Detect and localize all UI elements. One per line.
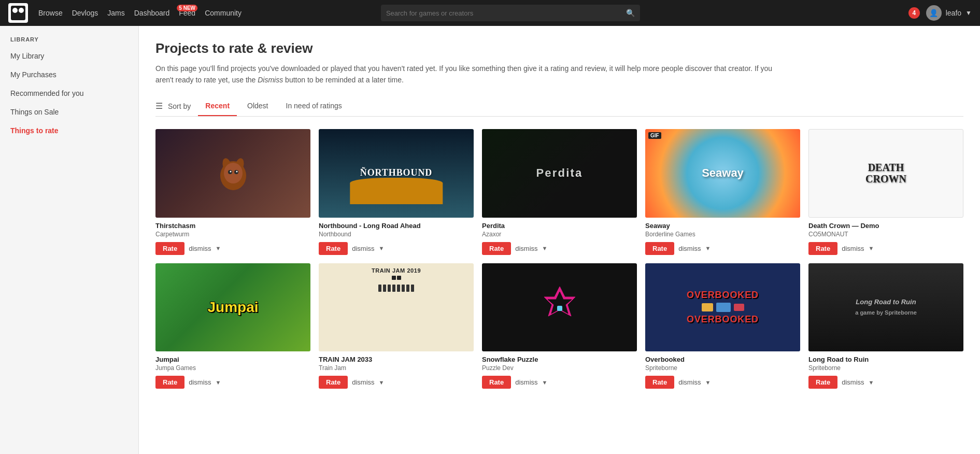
dismiss-link[interactable]: dismiss (678, 378, 701, 386)
game-actions: Rate dismiss ▼ (645, 376, 800, 389)
game-actions: Rate dismiss ▼ (808, 242, 963, 255)
svg-point-6 (230, 171, 231, 173)
game-title: Seaway (645, 222, 800, 230)
sidebar-item-things-on-sale[interactable]: Things on Sale (0, 103, 138, 121)
game-thumbnail: Perdita (482, 129, 637, 218)
search-input[interactable] (386, 9, 623, 17)
dismiss-link[interactable]: dismiss (678, 245, 701, 252)
tab-in-need[interactable]: In need of ratings (279, 96, 349, 116)
game-card: Snowflake Puzzle Puzzle Dev Rate dismiss… (482, 263, 637, 389)
game-actions: Rate dismiss ▼ (319, 242, 474, 255)
search-icon: 🔍 (626, 9, 635, 17)
game-thumbnail: Long Road to Ruin a game by Spriteborne (808, 263, 963, 352)
game-title: Thirstchasm (155, 222, 310, 230)
nav-right: 4 👤 leafo ▼ (908, 5, 972, 21)
dismiss-link[interactable]: dismiss (515, 378, 537, 386)
game-author: CO5MONAUT (808, 231, 963, 238)
game-title: Snowflake Puzzle (482, 356, 637, 363)
nav-links: Browse Devlogs Jams Dashboard 5 NEW Feed… (38, 9, 242, 17)
page-layout: LIBRARY My Library My Purchases Recommen… (0, 26, 980, 454)
rate-button[interactable]: Rate (808, 242, 837, 255)
dismiss-link[interactable]: dismiss (842, 245, 864, 252)
rate-button[interactable]: Rate (319, 242, 348, 255)
game-title: Perdita (482, 222, 637, 230)
game-actions: Rate dismiss ▼ (482, 242, 637, 255)
site-logo[interactable] (8, 3, 28, 23)
game-actions: Rate dismiss ▼ (319, 376, 474, 389)
game-thumbnail (482, 263, 637, 352)
feed-badge: 5 NEW (177, 5, 197, 11)
game-thumbnail: DEATHCROWN (808, 129, 963, 218)
game-author: Northbound (319, 231, 474, 238)
sidebar-item-recommended[interactable]: Recommended for you (0, 84, 138, 103)
game-author: Spriteborne (645, 364, 800, 372)
dismiss-chevron-icon[interactable]: ▼ (705, 379, 711, 386)
dismiss-chevron-icon[interactable]: ▼ (216, 379, 221, 386)
nav-dashboard[interactable]: Dashboard (134, 9, 170, 17)
dismiss-link[interactable]: dismiss (842, 378, 864, 386)
sort-icon: ☰ (155, 101, 163, 111)
dismiss-chevron-icon[interactable]: ▼ (542, 379, 548, 386)
dismiss-link[interactable]: dismiss (189, 378, 211, 386)
sort-label: Sort by (168, 102, 191, 110)
rate-button[interactable]: Rate (482, 376, 511, 389)
game-card: ÑORTHBOUND Northbound - Long Road Ahead … (319, 129, 474, 255)
game-author: Spriteborne (808, 364, 963, 372)
game-title: Jumpai (155, 356, 310, 363)
game-title: TRAIN JAM 2033 (319, 356, 474, 363)
sidebar-item-things-to-rate[interactable]: Things to rate (0, 121, 138, 140)
rate-button[interactable]: Rate (645, 376, 674, 389)
dismiss-chevron-icon[interactable]: ▼ (216, 245, 221, 251)
nav-feed[interactable]: 5 NEW Feed (179, 9, 195, 17)
dismiss-chevron-icon[interactable]: ▼ (379, 245, 385, 251)
dismiss-link[interactable]: dismiss (352, 378, 374, 386)
thumb-text: Jumpai (155, 263, 310, 352)
dismiss-link[interactable]: dismiss (352, 245, 374, 252)
notification-badge[interactable]: 4 (908, 7, 920, 19)
rate-button[interactable]: Rate (808, 376, 837, 389)
dismiss-link[interactable]: dismiss (515, 245, 537, 252)
dismiss-chevron-icon[interactable]: ▼ (542, 245, 548, 251)
game-author: Jumpa Games (155, 364, 310, 372)
sidebar-item-my-purchases[interactable]: My Purchases (0, 65, 138, 84)
nav-browse[interactable]: Browse (38, 9, 63, 17)
tab-oldest[interactable]: Oldest (240, 96, 275, 116)
dismiss-chevron-icon[interactable]: ▼ (869, 245, 874, 251)
game-actions: Rate dismiss ▼ (155, 242, 310, 255)
nav-devlogs[interactable]: Devlogs (72, 9, 98, 17)
game-thumbnail: ÑORTHBOUND (319, 129, 474, 218)
dismiss-chevron-icon[interactable]: ▼ (705, 245, 711, 251)
rate-button[interactable]: Rate (155, 376, 184, 389)
page-title: Projects to rate & review (155, 40, 963, 56)
rate-button[interactable]: Rate (645, 242, 674, 255)
rate-button[interactable]: Rate (482, 242, 511, 255)
nav-community[interactable]: Community (205, 9, 242, 17)
game-author: Azaxor (482, 231, 637, 238)
desc-text-1: On this page you'll find projects you've… (155, 64, 772, 84)
thumb-text: ÑORTHBOUND (319, 129, 474, 218)
page-description: On this page you'll find projects you've… (155, 63, 777, 86)
game-author: Puzzle Dev (482, 364, 637, 372)
game-title: Death Crown — Demo (808, 222, 963, 230)
dismiss-chevron-icon[interactable]: ▼ (869, 379, 874, 386)
game-card: GIF Seaway Seaway Borderline Games Rate … (645, 129, 800, 255)
sidebar-item-my-library[interactable]: My Library (0, 47, 138, 65)
game-actions: Rate dismiss ▼ (482, 376, 637, 389)
user-menu[interactable]: 👤 leafo ▼ (926, 5, 972, 21)
game-title: Overbooked (645, 356, 800, 363)
game-card: Long Road to Ruin a game by Spriteborne … (808, 263, 963, 389)
game-card: Thirstchasm Carpetwurm Rate dismiss ▼ (155, 129, 310, 255)
dismiss-link[interactable]: dismiss (189, 245, 211, 252)
sidebar-section-title: LIBRARY (0, 36, 138, 47)
thumb-text: Seaway (645, 129, 800, 218)
rate-button[interactable]: Rate (155, 242, 184, 255)
game-card: OVERBOOKED OVERBOOKED Overbooked Spriteb… (645, 263, 800, 389)
game-card: Perdita Perdita Azaxor Rate dismiss ▼ (482, 129, 637, 255)
top-navigation: Browse Devlogs Jams Dashboard 5 NEW Feed… (0, 0, 980, 26)
tab-recent[interactable]: Recent (198, 96, 237, 116)
nav-jams[interactable]: Jams (107, 9, 124, 17)
game-card: Jumpai Jumpai Jumpa Games Rate dismiss ▼ (155, 263, 310, 389)
dismiss-chevron-icon[interactable]: ▼ (379, 379, 385, 386)
game-author: Borderline Games (645, 231, 800, 238)
rate-button[interactable]: Rate (319, 376, 348, 389)
